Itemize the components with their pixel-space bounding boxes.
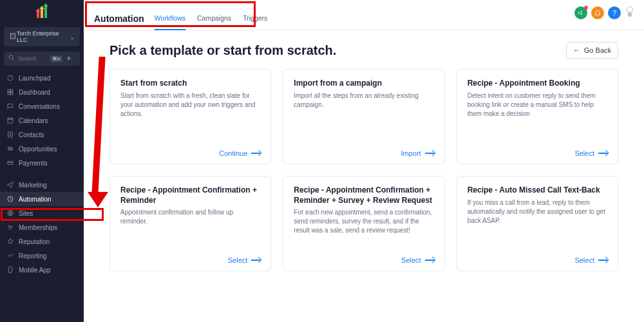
sidebar-item-payments[interactable]: Payments [0, 156, 84, 170]
svg-point-31 [11, 226, 13, 228]
org-name: Torch Enterprise LLC [17, 30, 70, 43]
card-desc: Appointment confirmation and follow up r… [120, 208, 260, 226]
chevron-up-down-icon: ⌄ [70, 33, 75, 41]
svg-rect-9 [8, 90, 10, 92]
card-title: Recipe - Appointment Confirmation + Remi… [294, 185, 433, 205]
contacts-icon [6, 131, 14, 138]
card-desc: Detect intent on customer reply to send … [468, 91, 607, 118]
card-action-continue[interactable]: Continue [219, 149, 260, 157]
main: ? Automation Workflows Campaigns Trigger… [84, 0, 644, 322]
header: Automation Workflows Campaigns Triggers [84, 0, 644, 30]
sidebar-item-label: Sites [19, 210, 33, 217]
card-action-select[interactable]: Select [401, 256, 434, 264]
section-title: Automation [94, 14, 144, 24]
memberships-icon [6, 223, 14, 231]
tabs: Workflows Campaigns Triggers [155, 8, 267, 30]
sidebar-item-label: Calendars [19, 117, 48, 124]
sidebar-item-launchpad[interactable]: Launchpad [0, 71, 84, 85]
sidebar-item-sites[interactable]: Sites [0, 206, 84, 220]
card-start-from-scratch: Start from scratchStart from scratch wit… [109, 69, 271, 164]
go-back-button[interactable]: ← Go Back [566, 42, 618, 59]
sidebar-item-conversations[interactable]: Conversations [0, 99, 84, 113]
svg-rect-11 [8, 93, 10, 95]
sidebar-item-label: Automation [19, 196, 52, 203]
card-desc: Start from scratch with a fresh, clean s… [120, 91, 260, 118]
card-import-campaign: Import from a campaignImport all the ste… [283, 69, 444, 164]
sidebar-item-dashboard[interactable]: Dashboard [0, 85, 84, 99]
sidebar-item-memberships[interactable]: Memberships [0, 220, 84, 234]
sidebar-item-label: Reputation [19, 238, 50, 245]
card-action-select[interactable]: Select [228, 256, 261, 264]
svg-point-30 [8, 225, 10, 227]
tab-workflows[interactable]: Workflows [155, 8, 185, 30]
template-cards: Start from scratchStart from scratch wit… [109, 69, 618, 271]
card-recipe-auto-missed-call-text-back: Recipe - Auto Missed Call Text-BackIf yo… [457, 176, 618, 271]
sidebar-item-label: Conversations [19, 103, 60, 110]
sidebar-item-label: Payments [19, 160, 47, 167]
svg-rect-10 [11, 90, 14, 92]
nav: Launchpad Dashboard Conversations Calend… [0, 71, 84, 277]
svg-point-5 [9, 55, 13, 59]
sidebar-item-reporting[interactable]: Reporting [0, 249, 84, 263]
search-input[interactable] [18, 55, 48, 62]
building-icon [9, 32, 17, 41]
svg-line-8 [10, 77, 12, 78]
arrow-right-icon [598, 260, 607, 261]
page-title: Pick a template or start from scratch. [109, 43, 336, 58]
sidebar-item-contacts[interactable]: Contacts [0, 128, 84, 142]
logo [0, 0, 84, 24]
sidebar-item-label: Dashboard [19, 89, 50, 96]
card-title: Recipe - Appointment Booking [468, 79, 607, 89]
tab-triggers[interactable]: Triggers [243, 8, 267, 30]
arrow-left-icon: ← [573, 46, 580, 54]
card-desc: For each new appointment, send a confirm… [294, 208, 433, 235]
sidebar-item-label: Contacts [19, 131, 44, 138]
sidebar-item-label: Reporting [19, 252, 46, 260]
content: Pick a template or start from scratch. ←… [84, 30, 644, 322]
sidebar: Torch Enterprise LLC ⌄ ⌘K + Launchpad Da… [0, 0, 84, 322]
payments-icon [6, 159, 14, 167]
card-title: Import from a campaign [294, 79, 433, 89]
calendar-icon [6, 117, 14, 124]
arrow-right-icon [425, 260, 434, 261]
automation-icon [6, 195, 14, 203]
gauge-icon [6, 74, 14, 82]
card-title: Recipe - Appointment Confirmation + Remi… [120, 185, 260, 205]
card-recipe-appointment-booking: Recipe - Appointment BookingDetect inten… [457, 69, 618, 164]
svg-rect-0 [11, 33, 15, 39]
sidebar-item-automation[interactable]: Automation [0, 192, 84, 206]
chat-icon [6, 102, 14, 110]
sidebar-item-mobile-app[interactable]: Mobile App [0, 263, 84, 277]
sidebar-item-opportunities[interactable]: Opportunities [0, 142, 84, 156]
add-button[interactable]: + [66, 54, 71, 63]
svg-line-6 [13, 59, 15, 61]
svg-point-18 [10, 133, 11, 135]
card-action-select[interactable]: Select [574, 149, 607, 157]
sidebar-item-calendars[interactable]: Calendars [0, 113, 84, 128]
svg-rect-25 [8, 162, 13, 165]
card-action-import[interactable]: Import [401, 149, 433, 157]
search-icon [8, 54, 15, 63]
arrow-right-icon [598, 153, 607, 154]
sidebar-item-reputation[interactable]: Reputation [0, 234, 84, 249]
sidebar-item-label: Opportunities [19, 146, 57, 153]
reporting-icon [6, 252, 14, 260]
card-desc: If you miss a call from a lead, reply to… [468, 198, 607, 225]
card-recipe-appointment-confirmation-survey-review: Recipe - Appointment Confirmation + Remi… [283, 176, 444, 271]
arrow-right-icon [251, 153, 260, 154]
sites-icon [6, 209, 14, 217]
card-action-select[interactable]: Select [574, 256, 607, 264]
sidebar-item-label: Memberships [19, 224, 57, 231]
card-desc: Import all the steps from an already exi… [294, 91, 433, 109]
arrow-right-icon [425, 153, 434, 154]
sidebar-search[interactable]: ⌘K + [4, 52, 80, 66]
tab-campaigns[interactable]: Campaigns [197, 8, 231, 30]
go-back-label: Go Back [584, 46, 611, 54]
sidebar-item-marketing[interactable]: Marketing [0, 178, 84, 192]
sidebar-item-label: Mobile App [19, 267, 50, 274]
search-kbd: ⌘K [50, 55, 62, 62]
org-switcher[interactable]: Torch Enterprise LLC ⌄ [4, 27, 80, 46]
svg-rect-13 [8, 118, 13, 124]
marketing-icon [6, 181, 14, 189]
dashboard-icon [6, 88, 14, 96]
